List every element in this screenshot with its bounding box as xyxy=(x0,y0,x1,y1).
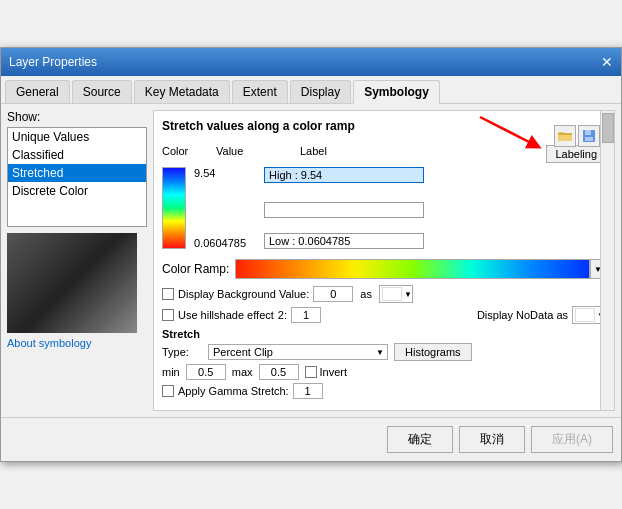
hillshade-section: Use hillshade effect 2: xyxy=(162,307,321,323)
high-label-input[interactable] xyxy=(264,167,424,183)
color-gradient-bar xyxy=(162,167,186,249)
label-column xyxy=(264,167,606,249)
stretch-type-row: Type: Percent Clip Histograms xyxy=(162,343,606,361)
list-item-classified[interactable]: Classified xyxy=(8,146,146,164)
color-ramp-row: Color Ramp: ▼ xyxy=(162,259,606,279)
symbology-list[interactable]: Unique Values Classified Stretched Discr… xyxy=(7,127,147,227)
value-column-header: Value xyxy=(216,145,296,157)
color-value-row: 9.54 0.0604785 xyxy=(162,167,606,249)
type-label: Type: xyxy=(162,346,202,358)
color-ramp-label: Color Ramp: xyxy=(162,262,229,276)
about-symbology-link[interactable]: About symbology xyxy=(7,337,147,349)
window-title: Layer Properties xyxy=(9,55,97,69)
nodata-section: Display NoData as ▼ xyxy=(477,306,606,324)
list-item-discrete-color[interactable]: Discrete Color xyxy=(8,182,146,200)
show-label: Show: xyxy=(7,110,147,124)
tab-extent[interactable]: Extent xyxy=(232,80,288,103)
value-column: 9.54 0.0604785 xyxy=(194,167,264,249)
right-panel: Stretch values along a color ramp xyxy=(153,110,615,411)
save-icon xyxy=(582,129,596,143)
close-button[interactable]: ✕ xyxy=(601,54,613,70)
high-value: 9.54 xyxy=(194,167,264,179)
gamma-input[interactable] xyxy=(293,383,323,399)
section-header-row: Stretch values along a color ramp xyxy=(162,119,606,139)
svg-rect-4 xyxy=(558,133,572,135)
histograms-button[interactable]: Histograms xyxy=(394,343,472,361)
hillshade-label: Use hillshade effect xyxy=(178,309,274,321)
left-panel: Show: Unique Values Classified Stretched… xyxy=(7,110,147,411)
color-ramp-bar xyxy=(235,259,590,279)
section-title: Stretch values along a color ramp xyxy=(162,119,355,133)
list-item-stretched[interactable]: Stretched xyxy=(8,164,146,182)
cancel-button[interactable]: 取消 xyxy=(459,426,525,453)
hillshade-z-label: 2: xyxy=(278,309,287,321)
open-folder-icon xyxy=(558,129,572,143)
save-button[interactable] xyxy=(578,125,600,147)
color-column-header: Color xyxy=(162,145,212,157)
hillshade-z-input[interactable] xyxy=(291,307,321,323)
tab-source[interactable]: Source xyxy=(72,80,132,103)
type-select-wrapper: Percent Clip xyxy=(208,344,388,360)
display-background-row: Display Background Value: as ▼ xyxy=(162,285,606,303)
gamma-checkbox[interactable] xyxy=(162,385,174,397)
low-value: 0.0604785 xyxy=(194,237,264,249)
background-color-picker[interactable]: ▼ xyxy=(379,285,413,303)
max-input[interactable] xyxy=(259,364,299,380)
min-max-row: min max Invert xyxy=(162,364,606,380)
tab-key-metadata[interactable]: Key Metadata xyxy=(134,80,230,103)
display-background-checkbox[interactable] xyxy=(162,288,174,300)
stretch-label: Stretch xyxy=(162,328,606,340)
svg-rect-6 xyxy=(585,130,591,135)
type-select[interactable]: Percent Clip xyxy=(208,344,388,360)
toolbar-icons xyxy=(554,125,600,147)
mid-label-input[interactable] xyxy=(264,202,424,218)
thumbnail-preview xyxy=(7,233,137,333)
tab-general[interactable]: General xyxy=(5,80,70,103)
invert-label: Invert xyxy=(320,366,348,378)
footer: 确定 取消 应用(A) xyxy=(1,417,621,461)
gamma-label: Apply Gamma Stretch: xyxy=(178,385,289,397)
max-label: max xyxy=(232,366,253,378)
scrollbar[interactable] xyxy=(600,111,614,410)
stretch-section: Stretch Type: Percent Clip Histograms mi… xyxy=(162,328,606,399)
invert-checkbox-row: Invert xyxy=(305,366,348,378)
background-value-input[interactable] xyxy=(313,286,353,302)
tab-symbology[interactable]: Symbology xyxy=(353,80,440,104)
min-input[interactable] xyxy=(186,364,226,380)
nodata-label: Display NoData as xyxy=(477,309,568,321)
tab-bar: General Source Key Metadata Extent Displ… xyxy=(1,76,621,104)
hillshade-nodata-row: Use hillshade effect 2: Display NoData a… xyxy=(162,306,606,324)
scrollbar-thumb[interactable] xyxy=(602,113,614,143)
as-label: as xyxy=(360,288,372,300)
low-label-input[interactable] xyxy=(264,233,424,249)
invert-checkbox[interactable] xyxy=(305,366,317,378)
title-bar: Layer Properties ✕ xyxy=(1,48,621,76)
apply-button[interactable]: 应用(A) xyxy=(531,426,613,453)
svg-rect-7 xyxy=(585,137,593,141)
main-content: Show: Unique Values Classified Stretched… xyxy=(1,104,621,417)
list-item-unique-values[interactable]: Unique Values xyxy=(8,128,146,146)
display-background-label: Display Background Value: xyxy=(178,288,309,300)
gamma-row: Apply Gamma Stretch: xyxy=(162,383,606,399)
min-label: min xyxy=(162,366,180,378)
layer-properties-dialog: Layer Properties ✕ General Source Key Me… xyxy=(0,47,622,462)
hillshade-checkbox[interactable] xyxy=(162,309,174,321)
confirm-button[interactable]: 确定 xyxy=(387,426,453,453)
annotation-arrow xyxy=(480,117,560,157)
svg-line-1 xyxy=(480,117,535,145)
tab-display[interactable]: Display xyxy=(290,80,351,103)
